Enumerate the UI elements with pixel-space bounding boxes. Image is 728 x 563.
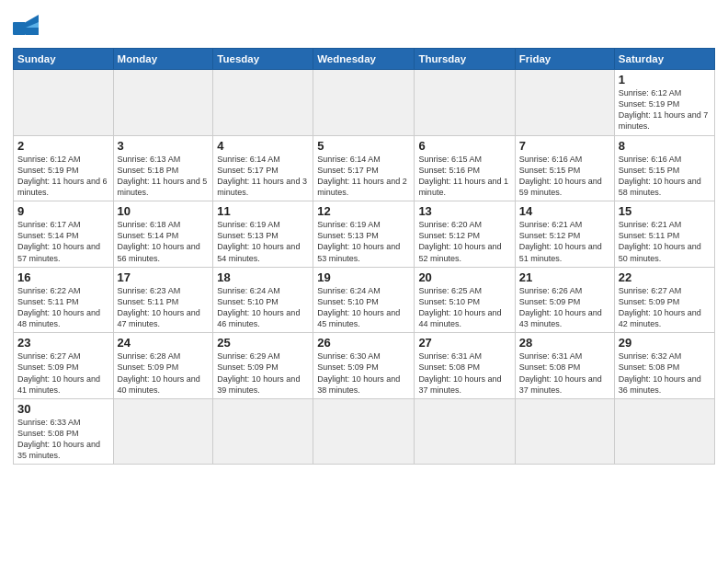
day-number: 27 [418, 336, 510, 350]
day-info: Sunrise: 6:29 AM Sunset: 5:09 PM Dayligh… [217, 350, 309, 396]
day-info: Sunrise: 6:19 AM Sunset: 5:13 PM Dayligh… [317, 219, 410, 264]
day-number: 22 [619, 270, 711, 284]
day-number: 15 [619, 204, 711, 218]
day-number: 18 [217, 270, 309, 284]
weekday-header-row: SundayMondayTuesdayWednesdayThursdayFrid… [14, 49, 715, 70]
day-cell: 25Sunrise: 6:29 AM Sunset: 5:09 PM Dayli… [213, 333, 313, 399]
week-row-4: 23Sunrise: 6:27 AM Sunset: 5:09 PM Dayli… [14, 333, 715, 399]
day-info: Sunrise: 6:25 AM Sunset: 5:10 PM Dayligh… [418, 285, 510, 330]
day-info: Sunrise: 6:12 AM Sunset: 5:19 PM Dayligh… [17, 154, 109, 199]
day-number: 12 [317, 204, 410, 218]
day-cell: 21Sunrise: 6:26 AM Sunset: 5:09 PM Dayli… [515, 267, 614, 333]
day-number: 17 [118, 270, 210, 284]
day-cell [515, 70, 614, 136]
day-cell: 30Sunrise: 6:33 AM Sunset: 5:08 PM Dayli… [14, 398, 114, 465]
week-row-0: 1Sunrise: 6:12 AM Sunset: 5:19 PM Daylig… [14, 70, 715, 136]
day-info: Sunrise: 6:14 AM Sunset: 5:17 PM Dayligh… [217, 154, 309, 199]
day-cell [213, 70, 313, 136]
week-row-5: 30Sunrise: 6:33 AM Sunset: 5:08 PM Dayli… [14, 398, 715, 465]
day-cell: 22Sunrise: 6:27 AM Sunset: 5:09 PM Dayli… [614, 267, 714, 333]
weekday-header-thursday: Thursday [415, 49, 515, 70]
day-cell: 18Sunrise: 6:24 AM Sunset: 5:10 PM Dayli… [213, 267, 313, 333]
day-cell: 9Sunrise: 6:17 AM Sunset: 5:14 PM Daylig… [14, 201, 114, 268]
day-cell: 7Sunrise: 6:16 AM Sunset: 5:15 PM Daylig… [515, 135, 614, 201]
day-cell: 2Sunrise: 6:12 AM Sunset: 5:19 PM Daylig… [14, 135, 114, 201]
day-info: Sunrise: 6:18 AM Sunset: 5:14 PM Dayligh… [118, 219, 210, 264]
day-number: 9 [17, 204, 109, 218]
day-cell: 29Sunrise: 6:32 AM Sunset: 5:08 PM Dayli… [614, 333, 714, 399]
day-number: 20 [418, 270, 510, 284]
day-cell: 23Sunrise: 6:27 AM Sunset: 5:09 PM Dayli… [14, 333, 114, 399]
day-info: Sunrise: 6:30 AM Sunset: 5:09 PM Dayligh… [317, 350, 410, 396]
day-info: Sunrise: 6:31 AM Sunset: 5:08 PM Dayligh… [519, 350, 610, 396]
day-cell: 28Sunrise: 6:31 AM Sunset: 5:08 PM Dayli… [515, 333, 614, 399]
day-cell [515, 398, 614, 465]
day-cell: 4Sunrise: 6:14 AM Sunset: 5:17 PM Daylig… [213, 135, 313, 201]
day-info: Sunrise: 6:15 AM Sunset: 5:16 PM Dayligh… [418, 154, 510, 199]
day-number: 1 [619, 73, 711, 86]
day-number: 2 [17, 139, 109, 153]
day-info: Sunrise: 6:19 AM Sunset: 5:13 PM Dayligh… [217, 219, 309, 264]
day-info: Sunrise: 6:27 AM Sunset: 5:09 PM Dayligh… [619, 285, 711, 330]
weekday-header-saturday: Saturday [614, 49, 714, 70]
day-number: 30 [17, 402, 109, 416]
day-number: 19 [317, 270, 410, 284]
day-info: Sunrise: 6:20 AM Sunset: 5:12 PM Dayligh… [418, 219, 510, 264]
day-info: Sunrise: 6:12 AM Sunset: 5:19 PM Dayligh… [619, 87, 711, 132]
day-cell: 15Sunrise: 6:21 AM Sunset: 5:11 PM Dayli… [614, 201, 714, 268]
day-cell [113, 70, 213, 136]
day-number: 11 [217, 204, 309, 218]
day-cell: 5Sunrise: 6:14 AM Sunset: 5:17 PM Daylig… [313, 135, 415, 201]
day-info: Sunrise: 6:23 AM Sunset: 5:11 PM Dayligh… [118, 285, 210, 330]
day-info: Sunrise: 6:26 AM Sunset: 5:09 PM Dayligh… [519, 285, 610, 330]
day-cell: 3Sunrise: 6:13 AM Sunset: 5:18 PM Daylig… [113, 135, 213, 201]
day-info: Sunrise: 6:21 AM Sunset: 5:12 PM Dayligh… [519, 219, 610, 264]
day-number: 5 [317, 139, 410, 153]
day-info: Sunrise: 6:17 AM Sunset: 5:14 PM Dayligh… [17, 219, 109, 264]
day-number: 4 [217, 139, 309, 153]
day-cell: 17Sunrise: 6:23 AM Sunset: 5:11 PM Dayli… [113, 267, 213, 333]
day-cell [415, 398, 515, 465]
day-cell [313, 70, 415, 136]
day-info: Sunrise: 6:33 AM Sunset: 5:08 PM Dayligh… [17, 417, 109, 462]
day-info: Sunrise: 6:32 AM Sunset: 5:08 PM Dayligh… [619, 350, 711, 396]
day-cell: 6Sunrise: 6:15 AM Sunset: 5:16 PM Daylig… [415, 135, 515, 201]
day-number: 10 [118, 204, 210, 218]
day-number: 26 [317, 336, 410, 350]
day-cell: 27Sunrise: 6:31 AM Sunset: 5:08 PM Dayli… [415, 333, 515, 399]
day-info: Sunrise: 6:14 AM Sunset: 5:17 PM Dayligh… [317, 154, 410, 199]
weekday-header-friday: Friday [515, 49, 614, 70]
page: SundayMondayTuesdayWednesdayThursdayFrid… [0, 0, 728, 563]
day-cell: 13Sunrise: 6:20 AM Sunset: 5:12 PM Dayli… [415, 201, 515, 268]
day-cell: 11Sunrise: 6:19 AM Sunset: 5:13 PM Dayli… [213, 201, 313, 268]
weekday-header-monday: Monday [113, 49, 213, 70]
weekday-header-tuesday: Tuesday [213, 49, 313, 70]
day-number: 13 [418, 204, 510, 218]
day-info: Sunrise: 6:31 AM Sunset: 5:08 PM Dayligh… [418, 350, 510, 396]
day-number: 3 [118, 139, 210, 153]
day-cell: 8Sunrise: 6:16 AM Sunset: 5:15 PM Daylig… [614, 135, 714, 201]
day-number: 16 [17, 270, 109, 284]
header [13, 9, 715, 42]
day-number: 23 [17, 336, 109, 350]
day-number: 24 [118, 336, 210, 350]
day-cell: 14Sunrise: 6:21 AM Sunset: 5:12 PM Dayli… [515, 201, 614, 268]
day-cell [313, 398, 415, 465]
day-number: 25 [217, 336, 309, 350]
svg-rect-0 [13, 22, 26, 35]
day-info: Sunrise: 6:24 AM Sunset: 5:10 PM Dayligh… [317, 285, 410, 330]
day-info: Sunrise: 6:21 AM Sunset: 5:11 PM Dayligh… [619, 219, 711, 264]
day-cell: 20Sunrise: 6:25 AM Sunset: 5:10 PM Dayli… [415, 267, 515, 333]
week-row-3: 16Sunrise: 6:22 AM Sunset: 5:11 PM Dayli… [14, 267, 715, 333]
day-cell [213, 398, 313, 465]
day-number: 29 [619, 336, 711, 350]
day-cell [614, 398, 714, 465]
calendar: SundayMondayTuesdayWednesdayThursdayFrid… [13, 48, 715, 465]
day-number: 6 [418, 139, 510, 153]
week-row-2: 9Sunrise: 6:17 AM Sunset: 5:14 PM Daylig… [14, 201, 715, 268]
day-info: Sunrise: 6:13 AM Sunset: 5:18 PM Dayligh… [118, 154, 210, 199]
day-cell: 26Sunrise: 6:30 AM Sunset: 5:09 PM Dayli… [313, 333, 415, 399]
day-cell: 24Sunrise: 6:28 AM Sunset: 5:09 PM Dayli… [113, 333, 213, 399]
week-row-1: 2Sunrise: 6:12 AM Sunset: 5:19 PM Daylig… [14, 135, 715, 201]
day-cell: 12Sunrise: 6:19 AM Sunset: 5:13 PM Dayli… [313, 201, 415, 268]
